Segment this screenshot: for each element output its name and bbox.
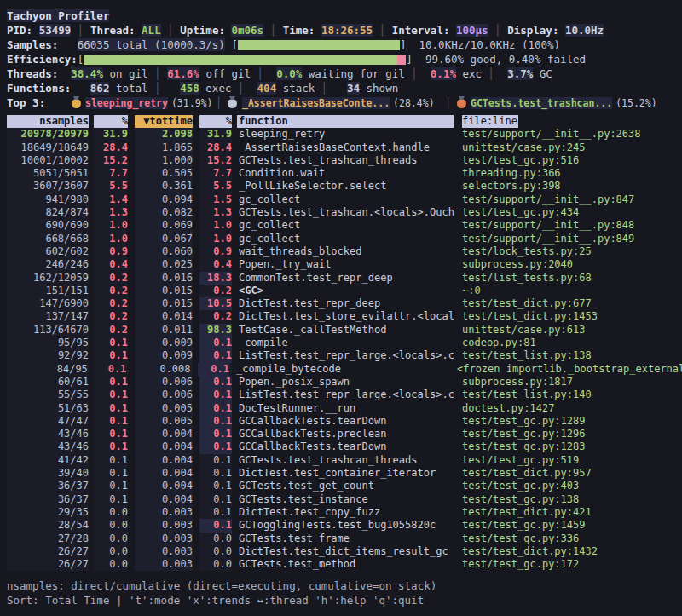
cell-pct-cumulative: 5.5 xyxy=(199,180,232,193)
cell-pct-direct: 0.1 xyxy=(94,454,128,467)
column-header-tottime-sort[interactable]: ▼tottime xyxy=(135,115,193,128)
cell-tottime: 0.006 xyxy=(135,376,193,389)
cell-function: ListTest.test_repr_large.<locals>.check xyxy=(237,389,454,401)
table-row[interactable]: 27/280.00.0030.0GCTests.test_frametest/t… xyxy=(7,533,682,545)
cell-pct-direct: 0.1 xyxy=(94,467,128,480)
cell-file-line: test/support/__init__.py:848 xyxy=(462,219,634,232)
cell-pct-direct: 1.0 xyxy=(94,219,128,232)
table-row[interactable]: 29/350.00.0030.1DictTest.test_copy_fuzzt… xyxy=(7,506,682,519)
table-row[interactable]: 113/646700.20.01198.3TestCase._callTestM… xyxy=(7,324,682,337)
table-row[interactable]: 60/610.10.0060.1Popen._posix_spawnsubpro… xyxy=(7,376,682,389)
cell-tottime: 2.098 xyxy=(135,128,193,141)
cell-pct-direct: 0.1 xyxy=(94,402,128,415)
cell-pct-cumulative: 0.1 xyxy=(199,376,232,389)
cell-tottime: 0.014 xyxy=(135,310,193,323)
cell-function: GCCallbackTests.tearDown xyxy=(237,440,454,453)
cell-pct-cumulative: 0.1 xyxy=(199,506,232,519)
cell-tottime: 0.004 xyxy=(135,440,193,453)
cell-function: Popen._try_wait xyxy=(237,258,454,271)
cell-pct-direct: 0.1 xyxy=(93,363,127,376)
table-row[interactable]: 92/920.10.0090.1ListTest.test_repr_large… xyxy=(7,349,682,362)
table-row[interactable]: 5051/50517.70.5057.7Condition.waitthread… xyxy=(7,167,682,180)
table-row[interactable]: 36/370.10.0040.1GCTests.test_instancetes… xyxy=(7,493,682,506)
cell-file-line: selectors.py:398 xyxy=(462,180,561,193)
table-row[interactable]: 151/1510.20.0150.2<GC>~:0 xyxy=(7,285,682,297)
cell-function: GCTests.test_trashcan_threads xyxy=(237,154,454,167)
table-row[interactable]: 10001/1000215.21.00015.2GCTests.test_tra… xyxy=(7,154,682,167)
table-row[interactable]: 20978/2097931.92.09831.9sleeping_retryte… xyxy=(7,128,682,141)
column-header-pct1[interactable]: % xyxy=(94,115,128,128)
threads-on-gil-value: 38.4% xyxy=(71,67,103,80)
column-header-pct2[interactable]: % xyxy=(199,115,232,128)
cell-file-line: unittest/case.py:613 xyxy=(462,324,586,337)
cell-file-line: test/test_gc.py:516 xyxy=(462,154,579,167)
cell-pct-cumulative: 28.4 xyxy=(199,141,232,154)
table-row[interactable]: 51/630.10.0050.1DocTestRunner.__rundocte… xyxy=(7,402,682,415)
cell-pct-cumulative: 1.5 xyxy=(199,193,232,206)
cell-pct-cumulative: 0.2 xyxy=(199,310,232,323)
table-row[interactable]: 55/550.10.0060.1ListTest.test_repr_large… xyxy=(7,389,682,401)
keybar-line: Sort: Total Time | 't':mode 'x':trends ↔… xyxy=(7,593,436,607)
table-row[interactable]: 3607/36075.50.3615.5_PollLikeSelector.se… xyxy=(7,180,682,193)
cell-function: GCTests.test_trashcan.<locals>.Ouch.... xyxy=(237,206,454,219)
table-row[interactable]: 84/950.10.0080.1_compile_bytecode<frozen… xyxy=(7,363,682,376)
functions-exec-label: exec xyxy=(205,82,231,95)
table-row[interactable]: 36/370.10.0040.1GCTests.test_get_countte… xyxy=(7,480,682,492)
cell-pct-cumulative: 18.3 xyxy=(199,272,232,285)
bronze-medal-icon xyxy=(457,99,466,108)
cell-pct-cumulative: 0.1 xyxy=(199,493,232,506)
cell-tottime: 0.003 xyxy=(135,519,193,532)
table-row[interactable]: 18649/1864928.41.86528.4_AssertRaisesBas… xyxy=(7,141,682,154)
column-header-file-line[interactable]: file:line xyxy=(462,115,518,128)
thread-value[interactable]: ALL xyxy=(142,24,161,37)
table-row[interactable]: 824/8741.30.0821.3GCTests.test_trashcan.… xyxy=(7,206,682,219)
table-row[interactable]: 668/6681.00.0671.0gc_collecttest/support… xyxy=(7,233,682,245)
cell-nsamples: 51/63 xyxy=(7,402,89,415)
time-value: 18:26:55 xyxy=(321,24,373,37)
table-row[interactable]: 137/1470.20.0140.2DictTest.test_store_ev… xyxy=(7,310,682,323)
cell-file-line: test/test_list.py:140 xyxy=(462,389,592,401)
table-row[interactable]: 602/6020.90.0600.9wait_threads_blockedte… xyxy=(7,245,682,258)
table-row[interactable]: 941/9801.40.0941.5gc_collecttest/support… xyxy=(7,193,682,206)
cell-pct-cumulative: 0.1 xyxy=(199,337,232,349)
table-row[interactable]: 47/470.10.0050.1GCCallbackTests.tearDown… xyxy=(7,415,682,428)
table-row[interactable]: 95/950.10.0090.1_compilecodeop.py:81 xyxy=(7,337,682,349)
table-row[interactable]: 246/2460.40.0250.4Popen._try_waitsubproc… xyxy=(7,258,682,271)
cell-nsamples: 18649/18649 xyxy=(7,141,89,154)
cell-file-line: test/test_gc.py:336 xyxy=(462,533,579,545)
cell-file-line: threading.py:366 xyxy=(462,167,561,180)
column-header-nsamples[interactable]: nsamples xyxy=(7,115,89,128)
efficiency-text: 99.60% good, 0.40% failed xyxy=(425,53,586,66)
cell-nsamples: 5051/5051 xyxy=(7,167,89,180)
cell-tottime: 0.015 xyxy=(135,285,193,297)
cell-file-line: test/lock_tests.py:25 xyxy=(462,245,592,258)
table-row[interactable]: 26/270.00.0030.0DictTest.test_dict_items… xyxy=(7,545,682,558)
cell-pct-direct: 0.1 xyxy=(94,428,128,440)
cell-tottime: 0.008 xyxy=(133,363,190,376)
uptime-label: Uptime: xyxy=(180,24,225,37)
cell-pct-direct: 0.1 xyxy=(94,440,128,453)
table-header-row: nsamples % ▼tottime % function file:line xyxy=(7,115,682,128)
cell-pct-direct: 0.1 xyxy=(94,480,128,492)
table-row[interactable]: 43/460.10.0040.1GCCallbackTests.tearDown… xyxy=(7,440,682,453)
table-row[interactable]: 26/270.00.0030.0GCTests.test_methodtest/… xyxy=(7,558,682,571)
table-row[interactable]: 162/120590.20.01618.3CommonTest.test_rep… xyxy=(7,272,682,285)
table-row[interactable]: 28/540.00.0030.1GCTogglingTests.test_bug… xyxy=(7,519,682,532)
cell-file-line: test/test_gc.py:434 xyxy=(462,206,579,219)
cell-tottime: 0.060 xyxy=(135,245,193,258)
table-row[interactable]: 690/6901.00.0691.0gc_collecttest/support… xyxy=(7,219,682,232)
cell-pct-cumulative: 1.3 xyxy=(199,206,232,219)
top3-entry-2: _AssertRaisesBaseConte...(28.4%) xyxy=(242,95,435,111)
top3-entry-1: sleeping_retry(31.9%) xyxy=(85,95,212,111)
cell-file-line: test/test_dict.py:957 xyxy=(462,467,592,480)
table-row[interactable]: 43/460.10.0040.1GCCallbackTests.preclean… xyxy=(7,428,682,440)
cell-file-line: test/test_list.py:138 xyxy=(462,349,592,362)
column-header-function[interactable]: function xyxy=(237,115,454,128)
table-row[interactable]: 41/420.10.0040.1GCTests.test_trashcan_th… xyxy=(7,454,682,467)
threads-on-gil-label: on gil xyxy=(109,67,147,80)
table-row[interactable]: 39/400.10.0040.1DictTest.test_container_… xyxy=(7,467,682,480)
table-row[interactable]: 147/69000.20.01510.5DictTest.test_repr_d… xyxy=(7,297,682,310)
cell-pct-cumulative: 0.1 xyxy=(199,519,232,532)
cell-nsamples: 55/55 xyxy=(7,389,89,401)
gold-medal-icon xyxy=(72,99,81,108)
